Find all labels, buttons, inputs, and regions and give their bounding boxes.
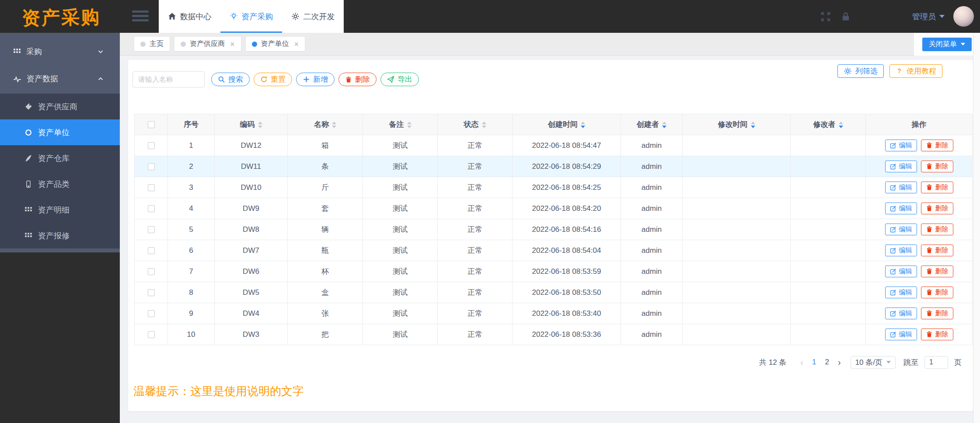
column-header-编码[interactable]: 编码 [215, 114, 288, 135]
table-row[interactable]: 1DW12箱测试正常2022-06-18 08:54:47admin编辑删除 [135, 135, 973, 156]
row-checkbox[interactable] [148, 310, 155, 317]
table-row[interactable]: 10DW3把测试正常2022-06-18 08:53:36admin编辑删除 [135, 324, 973, 345]
row-delete-button[interactable]: 删除 [921, 161, 953, 172]
column-header-checkbox[interactable] [135, 114, 168, 135]
toolbar-button-列筛选[interactable]: 列筛选 [837, 64, 884, 78]
sidebar-group-label: 采购 [26, 46, 97, 57]
table-row[interactable]: 8DW5盒测试正常2022-06-18 08:53:50admin编辑删除 [135, 282, 973, 303]
close-menu-button[interactable]: 关闭菜单 [922, 38, 972, 51]
admin-menu[interactable]: 管理员 [912, 11, 945, 22]
sidebar-toggle-icon[interactable] [132, 10, 149, 23]
column-header-备注[interactable]: 备注 [363, 114, 438, 135]
column-header-创建者[interactable]: 创建者 [621, 114, 683, 135]
search-input[interactable] [133, 71, 205, 87]
toolbar-button-搜索[interactable]: 搜索 [211, 73, 250, 86]
sidebar-group-采购[interactable]: 采购 [0, 39, 120, 64]
column-header-创建时间[interactable]: 创建时间 [513, 114, 621, 135]
open-tab-主页[interactable]: 主页 [134, 37, 170, 51]
sort-icon[interactable] [407, 122, 412, 128]
sort-icon[interactable] [482, 122, 486, 128]
lock-icon[interactable] [840, 11, 851, 22]
sort-icon[interactable] [839, 122, 843, 128]
row-edit-button[interactable]: 编辑 [885, 203, 917, 214]
row-delete-button[interactable]: 删除 [921, 203, 953, 214]
row-edit-button[interactable]: 编辑 [885, 182, 917, 193]
toolbar-button-导出[interactable]: 导出 [380, 73, 419, 86]
row-delete-button[interactable]: 删除 [921, 224, 953, 235]
pagination-page-1[interactable]: 1 [812, 358, 816, 367]
row-delete-button[interactable]: 删除 [921, 245, 953, 256]
scrollbar-gutter[interactable] [973, 33, 980, 423]
avatar[interactable] [953, 6, 974, 27]
row-checkbox[interactable] [148, 142, 155, 149]
row-edit-button[interactable]: 编辑 [885, 140, 917, 151]
pagination-prev[interactable]: ‹ [800, 357, 803, 367]
row-delete-button[interactable]: 删除 [921, 287, 953, 298]
pagination-next[interactable]: › [838, 357, 841, 367]
sort-icon[interactable] [332, 122, 336, 128]
row-checkbox[interactable] [148, 247, 155, 254]
row-edit-button[interactable]: 编辑 [885, 224, 917, 235]
sort-icon[interactable] [662, 122, 666, 128]
page-size-select[interactable]: 10 条/页 [851, 356, 896, 369]
row-delete-button[interactable]: 删除 [921, 182, 953, 193]
table-row[interactable]: 9DW4张测试正常2022-06-18 08:53:40admin编辑删除 [135, 303, 973, 324]
table-row[interactable]: 7DW6杯测试正常2022-06-18 08:53:59admin编辑删除 [135, 261, 973, 282]
row-edit-button[interactable]: 编辑 [885, 287, 917, 298]
row-edit-button[interactable]: 编辑 [885, 266, 917, 277]
row-delete-button[interactable]: 删除 [921, 308, 953, 319]
table-row[interactable]: 3DW10斤测试正常2022-06-18 08:54:25admin编辑删除 [135, 177, 973, 198]
open-tab-资产供应商[interactable]: 资产供应商× [174, 37, 241, 51]
column-header-修改时间[interactable]: 修改时间 [683, 114, 791, 135]
select-all-checkbox[interactable] [148, 121, 155, 128]
jump-page-input[interactable] [924, 356, 948, 369]
column-header-名称[interactable]: 名称 [288, 114, 363, 135]
row-delete-button[interactable]: 删除 [921, 329, 953, 340]
toolbar-button-使用教程[interactable]: ?使用教程 [889, 64, 942, 78]
table-row[interactable]: 4DW9套测试正常2022-06-18 08:54:20admin编辑删除 [135, 198, 973, 219]
row-edit-button[interactable]: 编辑 [885, 245, 917, 256]
pagination-page-2[interactable]: 2 [825, 358, 829, 367]
fullscreen-icon[interactable] [820, 11, 831, 22]
sidebar-group-资产数据[interactable]: 资产数据 [0, 66, 120, 91]
row-delete-button[interactable]: 删除 [921, 140, 953, 151]
row-edit-button[interactable]: 编辑 [885, 161, 917, 172]
toolbar-button-删除[interactable]: 删除 [338, 73, 377, 86]
row-checkbox[interactable] [148, 163, 155, 170]
edit-icon [890, 268, 896, 275]
column-header-修改者[interactable]: 修改者 [791, 114, 866, 135]
column-header-状态[interactable]: 状态 [438, 114, 513, 135]
top-nav-tab-资产采购[interactable]: 资产采购 [220, 0, 282, 33]
tab-dot-icon [140, 42, 146, 47]
sort-icon[interactable] [581, 122, 585, 128]
toolbar-button-新增[interactable]: 新增 [296, 73, 335, 86]
table-row[interactable]: 5DW8辆测试正常2022-06-18 08:54:16admin编辑删除 [135, 219, 973, 240]
sort-icon[interactable] [751, 122, 755, 128]
toolbar-button-重置[interactable]: 重置 [254, 73, 292, 86]
row-checkbox[interactable] [148, 184, 155, 191]
open-tab-资产单位[interactable]: 资产单位× [246, 37, 305, 51]
table-row[interactable]: 2DW11条测试正常2022-06-18 08:54:29admin编辑删除 [135, 156, 973, 177]
row-delete-button[interactable]: 删除 [921, 266, 953, 277]
top-nav-tab-数据中心[interactable]: 数据中心 [159, 0, 220, 33]
sidebar-item-资产单位[interactable]: 资产单位 [0, 119, 120, 145]
close-icon[interactable]: × [294, 40, 299, 48]
close-icon[interactable]: × [230, 40, 235, 48]
refresh-icon [260, 76, 268, 83]
row-edit-button[interactable]: 编辑 [885, 308, 917, 319]
sidebar-item-资产品类[interactable]: 资产品类 [0, 171, 120, 197]
row-modified [683, 177, 791, 198]
sidebar-item-资产仓库[interactable]: 资产仓库 [0, 145, 120, 171]
top-nav-tab-二次开发[interactable]: 二次开发 [282, 0, 344, 33]
sidebar-item-资产报修[interactable]: 资产报修 [0, 223, 120, 248]
row-checkbox[interactable] [148, 268, 155, 275]
row-checkbox[interactable] [148, 205, 155, 212]
sidebar-item-资产供应商[interactable]: 资产供应商 [0, 94, 120, 119]
row-edit-button[interactable]: 编辑 [885, 329, 917, 340]
sort-icon[interactable] [258, 122, 262, 128]
row-checkbox[interactable] [148, 331, 155, 338]
row-checkbox[interactable] [148, 289, 155, 296]
sidebar-item-资产明细[interactable]: 资产明细 [0, 197, 120, 223]
row-checkbox[interactable] [148, 226, 155, 233]
table-row[interactable]: 6DW7瓶测试正常2022-06-18 08:54:04admin编辑删除 [135, 240, 973, 261]
